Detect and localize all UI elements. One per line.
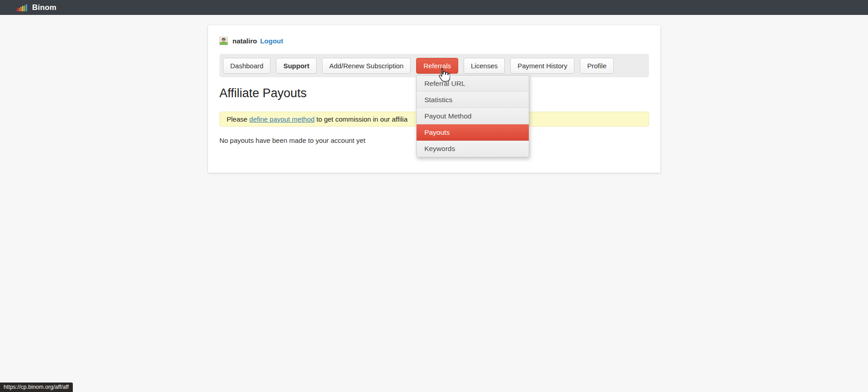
notice-text-prefix: Please [227,115,249,123]
bar-chart-icon[interactable] [17,4,27,11]
referrals-dropdown: Referral URLStatisticsPayout MethodPayou… [416,75,529,157]
nav-item-add-renew-subscription[interactable]: Add/Renew Subscription [322,58,411,74]
logo-bar [22,6,24,11]
user-row: nataliro Logout [219,37,649,45]
dropdown-item-payouts[interactable]: Payouts [417,124,529,141]
avatar-head [222,38,226,42]
nav-item-dashboard[interactable]: Dashboard [223,58,270,74]
notice-text-suffix: to get commission in our affilia [314,115,408,123]
logo-bar [19,8,20,11]
dropdown-item-keywords[interactable]: Keywords [417,141,529,157]
nav-bar: DashboardSupportAdd/Renew SubscriptionRe… [219,54,649,77]
user-avatar [219,37,228,45]
nav-item-payment-history[interactable]: Payment History [510,58,574,74]
logout-link[interactable]: Logout [260,37,283,45]
logo-bar [17,9,18,11]
brand-title: Binom [32,3,57,12]
nav-item-profile[interactable]: Profile [580,58,614,74]
define-payout-method-link[interactable]: define payout method [249,115,314,123]
nav-item-licenses[interactable]: Licenses [464,58,505,74]
nav-item-referrals[interactable]: Referrals [416,58,458,74]
dropdown-item-referral-url[interactable]: Referral URL [417,76,529,92]
nav-item-support[interactable]: Support [276,58,317,74]
topbar: Binom [0,0,868,15]
avatar-shirt [220,42,228,45]
username: nataliro [232,37,257,45]
dropdown-item-payout-method[interactable]: Payout Method [417,108,529,124]
status-url-tooltip: https://cp.binom.org/aff/aff [0,383,73,392]
logo-bar [20,7,22,11]
logo-bar [24,5,25,11]
dropdown-item-statistics[interactable]: Statistics [417,92,529,108]
logo-bar [26,4,27,11]
